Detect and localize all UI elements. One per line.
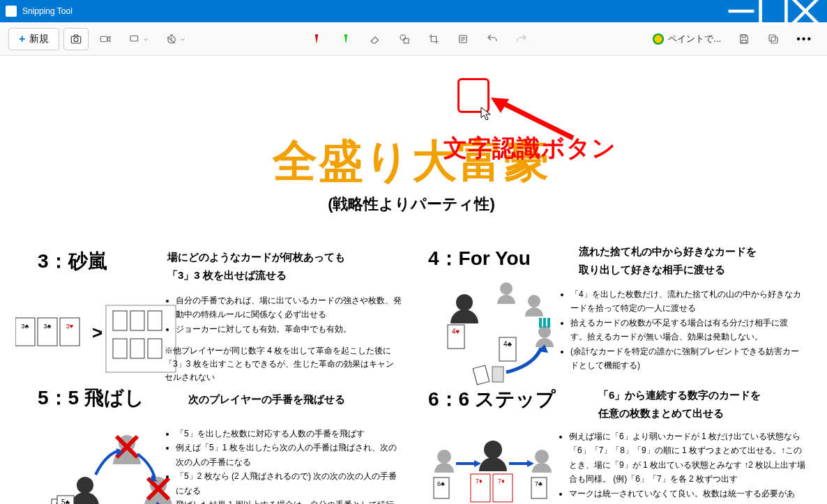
svg-point-2 [74, 37, 78, 41]
rule-4-diagram: 4♥ 4♣ [437, 282, 559, 389]
svg-text:3♥: 3♥ [66, 323, 73, 330]
new-button[interactable]: + 新規 [8, 28, 59, 50]
plus-icon: + [19, 33, 25, 45]
paint-label: ペイントで... [668, 33, 721, 45]
rule-3-diagram: 3♣ 3♣ 3♥ > [15, 304, 183, 376]
pen-red-button[interactable] [304, 28, 329, 50]
rule-note: ※他プレイヤーが同じ数字 4 枚を出して革命を起こした後に「3」3 枚を出すこと… [165, 344, 402, 385]
chevron-down-icon [180, 33, 185, 45]
rule-title: 4：For You [428, 245, 531, 272]
redo-button[interactable] [509, 28, 534, 50]
rule-lead: 「6」から連続する数字のカードを 任意の枚数まとめて出せる [598, 386, 794, 422]
more-icon: ••• [796, 33, 812, 45]
app-icon [6, 6, 17, 17]
document-subtitle: (戦略性よりパーティ性) [0, 194, 823, 215]
svg-text:>: > [92, 322, 103, 343]
svg-rect-3 [101, 36, 108, 42]
svg-rect-13 [15, 318, 35, 346]
rule-title: 5：5 飛ばし [38, 385, 144, 411]
svg-point-53 [484, 441, 502, 459]
svg-marker-56 [527, 460, 534, 467]
svg-rect-10 [742, 35, 745, 38]
document-title: 全盛り大富豪 [0, 131, 823, 192]
svg-rect-11 [771, 37, 777, 43]
eraser-button[interactable] [363, 28, 388, 50]
crop-button[interactable] [421, 28, 446, 50]
svg-text:7♦: 7♦ [498, 478, 505, 484]
rule-6-diagram: 6♣ 7♦ 7♦ 7♣ [427, 432, 559, 504]
open-in-paint-button[interactable]: ペイントで... [646, 28, 727, 50]
svg-text:4♣: 4♣ [503, 340, 513, 348]
svg-rect-22 [130, 311, 144, 330]
svg-rect-12 [769, 35, 775, 41]
rule-bullets: 自分の手番であれば、場に出ているカードの強さや枚数、発動中の特殊ルールに関係なく… [165, 293, 402, 336]
snip-shape-button[interactable] [122, 28, 155, 50]
svg-rect-38 [539, 318, 542, 328]
more-button[interactable]: ••• [790, 28, 819, 50]
chevron-down-icon [143, 33, 149, 45]
svg-text:5♣: 5♣ [61, 498, 70, 504]
svg-point-41 [77, 477, 93, 494]
svg-text:7♦: 7♦ [476, 478, 483, 484]
svg-text:6♣: 6♣ [437, 480, 445, 487]
canvas-area[interactable]: 全盛り大富豪 (戦略性よりパーティ性) 3：砂嵐 場にどのようなカードが何枚あっ… [0, 56, 827, 504]
svg-text:4♥: 4♥ [452, 328, 460, 335]
camera-mode-button[interactable] [63, 28, 89, 50]
save-button[interactable] [731, 28, 757, 50]
rule-5-diagram: 5♣ 5♣ [22, 415, 176, 504]
rule-lead: 場にどのようなカードが何枚あっても 「3」3 枚を出せば流せる [167, 248, 397, 284]
rule-lead: 次のプレイヤーの手番を飛ばせる [188, 390, 397, 408]
svg-rect-36 [473, 365, 490, 385]
svg-point-54 [535, 450, 549, 464]
svg-rect-40 [547, 318, 550, 328]
rule-bullets: 「4」を出した枚数だけ、流れた捨て札の山の中から好きなカードを拾って特定の一人に… [559, 287, 803, 372]
svg-rect-23 [148, 311, 162, 330]
shapes-button[interactable] [392, 28, 417, 50]
highlighter-button[interactable] [333, 28, 358, 50]
undo-button[interactable] [480, 28, 505, 50]
svg-rect-25 [130, 339, 144, 358]
svg-rect-0 [761, 0, 787, 24]
svg-point-28 [500, 282, 513, 295]
svg-point-29 [528, 295, 540, 307]
delay-button[interactable] [159, 28, 192, 50]
window-title: Snipping Tool [22, 6, 725, 16]
svg-rect-21 [113, 311, 127, 330]
svg-text:7♣: 7♣ [535, 480, 543, 487]
toolbar: + 新規 ペイントで... [0, 22, 827, 56]
svg-rect-24 [113, 339, 127, 358]
svg-marker-65 [491, 98, 509, 113]
svg-point-6 [400, 35, 406, 40]
new-label: 新規 [29, 33, 49, 45]
rule-lead: 流れた捨て札の中から好きなカードを 取り出して好きな相手に渡せる [579, 243, 795, 278]
title-bar: Snipping Tool [0, 0, 827, 22]
svg-rect-15 [38, 318, 57, 346]
svg-rect-39 [543, 318, 546, 328]
svg-text:3♣: 3♣ [44, 323, 52, 330]
cursor-icon [480, 106, 492, 124]
close-button[interactable] [789, 0, 821, 22]
svg-rect-35 [492, 367, 503, 382]
text-recognition-button[interactable] [450, 28, 476, 50]
paint-icon [653, 33, 664, 45]
copy-button[interactable] [761, 28, 786, 50]
rule-bullets: 例えば場に「6」より弱いカードが 1 枚だけ出ている状態なら「6」「7」「8」「… [558, 429, 809, 504]
svg-rect-26 [148, 339, 162, 358]
annotation-highlight-box [457, 78, 490, 113]
rule-title: 3：砂嵐 [38, 248, 107, 275]
svg-rect-17 [60, 318, 79, 346]
rule-bullets: 「5」を出した枚数に対応する人数の手番を飛ばす 例えば「5」1 枚を出したら次の… [165, 427, 402, 504]
svg-text:3♣: 3♣ [22, 323, 29, 330]
svg-rect-9 [742, 40, 746, 43]
svg-point-27 [456, 294, 473, 311]
snipped-image-content: 全盛り大富豪 (戦略性よりパーティ性) 3：砂嵐 場にどのようなカードが何枚あっ… [0, 56, 823, 504]
video-mode-button[interactable] [93, 28, 118, 50]
svg-point-52 [437, 450, 451, 464]
svg-rect-4 [130, 36, 138, 41]
minimize-button[interactable] [725, 0, 757, 22]
rule-title: 6：6 ステップ [428, 386, 556, 413]
maximize-button[interactable] [757, 0, 789, 22]
